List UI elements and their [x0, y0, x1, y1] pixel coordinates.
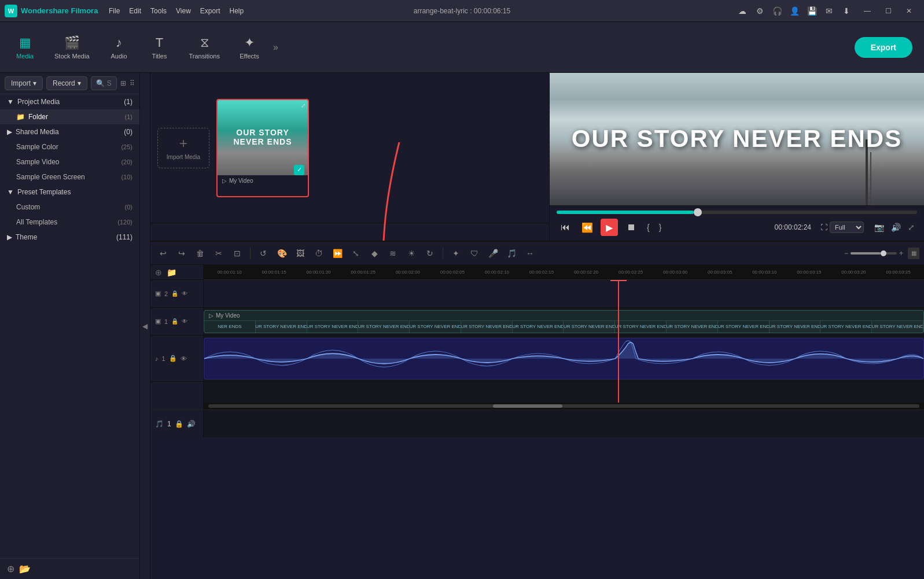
crop-button[interactable]: ⊡	[229, 245, 245, 261]
color-button[interactable]: 🎨	[274, 245, 290, 261]
toolbar-audio[interactable]: ♪ Audio	[99, 31, 139, 64]
menu-view[interactable]: View	[176, 7, 191, 15]
image-button[interactable]: 🖼	[292, 245, 308, 261]
close-button[interactable]: ✕	[899, 2, 919, 20]
progress-bar[interactable]	[557, 211, 917, 214]
folder-track-icon[interactable]: 📁	[167, 268, 176, 277]
rewind-button[interactable]: ⏪	[579, 219, 596, 236]
filter-icon[interactable]: ⊞	[120, 79, 126, 87]
tree-item-sample-video[interactable]: Sample Video (20)	[0, 154, 139, 169]
media-thumbnail[interactable]: ⤢ OUR STORY NEVER ENDS ✓ ▷ My Video	[216, 99, 309, 197]
play-button[interactable]: ▶	[601, 219, 618, 236]
user-icon[interactable]: 👤	[789, 5, 800, 17]
cut-button[interactable]: ✂	[211, 245, 227, 261]
timer-button[interactable]: ⏱	[311, 245, 327, 261]
toolbar-more-button[interactable]: »	[270, 42, 282, 53]
expand-icon[interactable]: ⤢	[905, 222, 917, 233]
import-button[interactable]: Import ▾	[5, 76, 43, 90]
import-media-placeholder[interactable]: + Import Media	[157, 128, 209, 168]
add-track-icon[interactable]: ⊕	[155, 268, 162, 277]
mic-button[interactable]: 🎤	[485, 245, 501, 261]
zoom-select[interactable]: Full 50% 75% 100%	[830, 222, 864, 233]
headset-icon[interactable]: 🎧	[771, 5, 783, 17]
out-point-icon[interactable]: }	[657, 223, 664, 232]
tree-section-shared-media[interactable]: ▶ Shared Media (0)	[0, 124, 139, 139]
menu-export[interactable]: Export	[200, 7, 220, 15]
progress-thumb[interactable]	[694, 208, 702, 216]
minimize-button[interactable]: —	[857, 2, 878, 20]
toolbar-stock-media[interactable]: 🎬 Stock Media	[45, 31, 99, 64]
panel-collapse-arrow[interactable]: ◀	[140, 73, 150, 579]
menu-help[interactable]: Help	[230, 7, 244, 15]
in-point-icon[interactable]: {	[645, 223, 652, 232]
import-dropdown-icon[interactable]: ▾	[33, 79, 36, 87]
toolbar-transitions[interactable]: ⧖ Transitions	[180, 31, 229, 64]
rotation-button[interactable]: ↺	[255, 245, 271, 261]
toolbar-effects[interactable]: ✦ Effects	[229, 31, 270, 64]
timeline-scrollbar[interactable]	[204, 403, 924, 410]
music-lock-icon[interactable]: 🔒	[175, 420, 183, 428]
video-clip[interactable]: ▷ My Video NER ENDS OUR STORY NEVER ENDS…	[204, 310, 924, 333]
settings-icon[interactable]: ⚙	[754, 5, 765, 17]
menu-edit[interactable]: Edit	[129, 7, 141, 15]
export-button[interactable]: Export	[855, 37, 912, 58]
sample-video-count: (20)	[121, 158, 132, 165]
mail-icon[interactable]: ✉	[823, 5, 835, 17]
sync-button[interactable]: ↻	[422, 245, 438, 261]
tree-item-folder[interactable]: 📁 Folder (1)	[0, 109, 139, 124]
keyframe-button[interactable]: ◆	[366, 245, 382, 261]
scrollbar-track[interactable]	[208, 404, 919, 408]
volume-icon[interactable]: 🔊	[889, 222, 903, 233]
effect-button[interactable]: ✦	[448, 245, 464, 261]
delete-button[interactable]: 🗑	[192, 245, 208, 261]
search-input[interactable]	[107, 79, 112, 87]
speed-button[interactable]: ⏩	[329, 245, 345, 261]
maximize-button[interactable]: ☐	[878, 2, 899, 20]
audio-track-button[interactable]: 🎵	[503, 245, 520, 261]
tree-section-preset-templates[interactable]: ▼ Preset Templates	[0, 185, 139, 200]
folder-open-icon[interactable]: 📂	[19, 563, 31, 574]
zoom-out-icon[interactable]: −	[844, 249, 848, 257]
window-title: arrange-beat-lyric : 00:00:06:15	[414, 7, 510, 15]
screenshot-icon[interactable]: 📷	[872, 222, 886, 233]
download-icon[interactable]: ⬇	[841, 5, 852, 17]
undo-button[interactable]: ↩	[155, 245, 171, 261]
eye-icon-v2[interactable]: 👁	[182, 290, 187, 297]
toolbar-titles[interactable]: T Titles	[139, 31, 180, 64]
cloud-icon[interactable]: ☁	[737, 5, 748, 17]
eye-icon-m1[interactable]: 👁	[181, 355, 187, 362]
toolbar-media[interactable]: ▦ Media	[5, 31, 45, 64]
timeline-menu-icon[interactable]: ▦	[908, 248, 919, 259]
prev-frame-button[interactable]: ⏮	[557, 219, 574, 236]
lock-icon-m1[interactable]: 🔒	[169, 355, 177, 362]
link-button[interactable]: ↔	[522, 245, 538, 261]
zoom-in-icon[interactable]: +	[899, 249, 903, 257]
menu-tools[interactable]: Tools	[150, 7, 167, 15]
grid-view-icon[interactable]: ⠿	[130, 79, 135, 87]
menu-file[interactable]: File	[109, 7, 120, 15]
eye-icon-v1[interactable]: 👁	[182, 318, 187, 324]
lock-icon-v1[interactable]: 🔒	[171, 318, 178, 324]
transform-button[interactable]: ⤡	[348, 245, 364, 261]
audio-clip[interactable]	[204, 338, 924, 379]
ruler-marks: 00:00:01:10 00:00:01:15 00:00:01:20 00:0…	[207, 270, 921, 275]
lock-icon-v2[interactable]: 🔒	[171, 290, 178, 297]
tree-section-theme[interactable]: ▶ Theme (111)	[0, 230, 139, 245]
stop-button[interactable]: ⏹	[623, 219, 640, 236]
tree-item-sample-color[interactable]: Sample Color (25)	[0, 139, 139, 154]
clip-button[interactable]: ☀	[403, 245, 419, 261]
music-volume-icon[interactable]: 🔊	[187, 420, 196, 428]
tree-item-sample-green[interactable]: Sample Green Screen (10)	[0, 169, 139, 185]
fullscreen-icon[interactable]: ⛶	[820, 223, 827, 231]
tree-item-custom[interactable]: Custom (0)	[0, 200, 139, 215]
add-media-icon[interactable]: ⊕	[7, 563, 14, 574]
audio-edit-button[interactable]: ≋	[385, 245, 401, 261]
tree-item-all-templates[interactable]: All Templates (120)	[0, 215, 139, 230]
zoom-slider[interactable]	[851, 252, 897, 255]
scrollbar-thumb[interactable]	[493, 404, 562, 408]
save-icon[interactable]: 💾	[806, 5, 818, 17]
tree-section-project-media[interactable]: ▼ Project Media (1)	[0, 94, 139, 109]
redo-button[interactable]: ↪	[174, 245, 190, 261]
mask-button[interactable]: 🛡	[466, 245, 483, 261]
record-button[interactable]: Record ▾	[46, 76, 87, 90]
